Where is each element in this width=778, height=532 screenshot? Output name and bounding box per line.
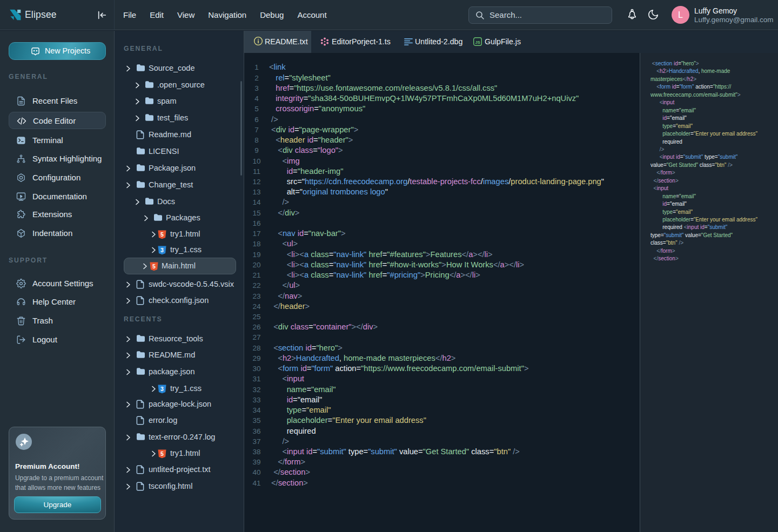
svg-text:5: 5 <box>152 263 156 270</box>
svg-text:3: 3 <box>160 247 164 253</box>
svg-text:JS: JS <box>475 40 480 45</box>
svg-text:5: 5 <box>160 231 164 238</box>
svg-text:3: 3 <box>160 386 164 392</box>
svg-text:5: 5 <box>160 450 164 457</box>
